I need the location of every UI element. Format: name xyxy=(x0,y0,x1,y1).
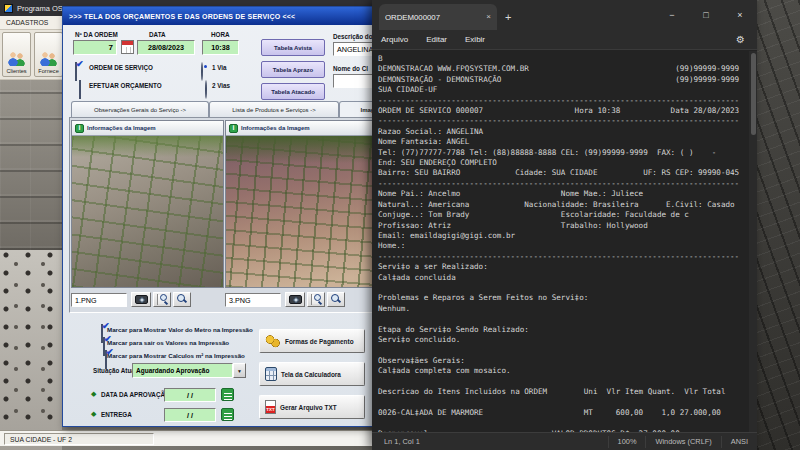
formas-pagamento-button[interactable]: Formas de Pagamento xyxy=(259,329,365,353)
image-frame-1: i Informações da Imagem xyxy=(71,120,224,288)
formas-pagamento-label: Formas de Pagamento xyxy=(285,338,354,345)
os-window-title: >>> TELA DOS ORÇAMENTOS E DAS ORDENS DE … xyxy=(69,13,295,20)
notepad-statusbar: Ln 1, Col 1 100% Windows (CRLF) ANSI xyxy=(372,432,757,450)
date-field[interactable]: 28/08/2023 xyxy=(137,40,195,55)
image-info-button-2[interactable]: i Informações da Imagem xyxy=(226,121,377,136)
camera-icon xyxy=(135,295,148,304)
zoom-icon xyxy=(177,294,188,305)
cursor-position: Ln 1, Col 1 xyxy=(372,436,429,448)
line-ending: Windows (CRLF) xyxy=(645,436,720,448)
gerar-txt-button[interactable]: TXT Gerar Arquivo TXT xyxy=(259,395,365,419)
camera-button-1[interactable] xyxy=(131,292,151,307)
image-info-label-1: Informações da Imagem xyxy=(87,125,156,131)
tabela-atacado-button[interactable]: Tabela Atacado xyxy=(261,83,325,100)
nome-cliente-label: Nome do Cl xyxy=(333,65,368,72)
print-option-label-3: Marcar para Mostrar Calculos m² na Impre… xyxy=(107,352,245,359)
time-field[interactable]: 10:38 xyxy=(202,40,239,55)
minimize-button[interactable]: − xyxy=(655,0,689,30)
toolbar-button-clientes[interactable]: Clientes xyxy=(2,32,31,77)
order-number-field[interactable]: 7 xyxy=(73,40,117,55)
time-label: HORA xyxy=(211,31,230,38)
tabela-avista-button[interactable]: Tabela Avista xyxy=(261,39,325,56)
aprovacao-label: DATA DA APROVAÇÃO xyxy=(101,391,170,398)
print-option-label-2: Marcar para sair os Valores na Impressão xyxy=(107,339,229,346)
info-icon: i xyxy=(75,124,84,133)
date-label: DATA xyxy=(149,31,166,38)
calculator-icon xyxy=(265,367,277,381)
camera-icon xyxy=(289,295,302,304)
filename-field-1[interactable]: 1.PNG xyxy=(71,293,127,307)
txt-icon-label: TXT xyxy=(266,406,275,413)
order-number-label: Nº DA ORDEM xyxy=(75,31,118,38)
via2-radio[interactable] xyxy=(205,80,207,99)
print-option-label-1: Marcar para Mostrar Valor do Metro na Im… xyxy=(107,326,253,333)
coins-icon xyxy=(265,335,281,348)
notepad-titlebar[interactable]: ORDEM000007 × + − □ × xyxy=(372,0,757,30)
menu-item-cadastros[interactable]: CADASTROS xyxy=(0,16,54,29)
document-tab[interactable]: ORDEM000007 × xyxy=(379,4,497,30)
zoom-document-icon xyxy=(157,294,168,305)
entrega-calendar-button[interactable] xyxy=(221,408,234,421)
scrollbar-thumb[interactable] xyxy=(751,53,756,135)
check-icon: ✔ xyxy=(76,60,84,69)
notepad-window: ORDEM000007 × + − □ × Arquivo Editar Exi… xyxy=(372,0,757,450)
tab-observacoes-gerais[interactable]: Observações Gerais do Serviço -> xyxy=(71,101,209,118)
zoom-doc-button-2[interactable] xyxy=(307,292,325,307)
window-controls: − □ × xyxy=(655,0,757,30)
camera-button-2[interactable] xyxy=(285,292,305,307)
app-icon xyxy=(4,4,13,13)
calculadora-button[interactable]: Tela da Calculadora xyxy=(259,362,365,386)
situacao-dropdown[interactable]: Aguardando Aprovação ▼ xyxy=(132,363,246,378)
editor-area[interactable]: B DEMONSTRACAO WWW.FPQSYSTEM.COM.BR (99)… xyxy=(372,51,749,432)
calculadora-label: Tela da Calculadora xyxy=(281,371,341,378)
wallpaper-right xyxy=(757,0,800,450)
clientes-icon xyxy=(8,52,26,66)
zoom-button-2[interactable] xyxy=(327,292,345,307)
tabela-aprazo-button[interactable]: Tabela Aprazo xyxy=(261,61,325,78)
aprovacao-calendar-button[interactable] xyxy=(221,388,234,401)
filename-field-2[interactable]: 3.PNG xyxy=(225,293,281,307)
statusbar-text: SUA CIDADE - UF 2 xyxy=(4,433,154,445)
info-icon: i xyxy=(229,124,238,133)
fornecedores-icon xyxy=(40,52,58,66)
via2-label: 2 Vias xyxy=(212,82,230,89)
wallpaper-terrazzo xyxy=(0,250,62,450)
toolbar-button-fornecedores[interactable]: Fornece xyxy=(34,32,63,77)
descricao-label: Descrição do xyxy=(333,33,373,40)
efetuar-orcamento-checkbox[interactable] xyxy=(79,80,81,99)
wallpaper-tiles xyxy=(0,80,62,250)
menu-item-arquivo[interactable]: Arquivo xyxy=(372,30,417,49)
tab-lista-produtos[interactable]: Lista de Produtos e Serviços -> xyxy=(209,101,339,118)
txt-file-icon: TXT xyxy=(265,400,276,414)
image-frame-2: i Informações da Imagem xyxy=(225,120,378,288)
zoom-level: 100% xyxy=(608,436,646,448)
entrega-field[interactable]: / / xyxy=(164,408,216,422)
close-button[interactable]: × xyxy=(723,0,757,30)
aprovacao-field[interactable]: / / xyxy=(164,388,216,402)
zoom-doc-button-1[interactable] xyxy=(153,292,171,307)
menu-item-editar[interactable]: Editar xyxy=(417,30,456,49)
notepad-menubar: Arquivo Editar Exibir ⚙ xyxy=(372,30,757,50)
image-info-label-2: Informações da Imagem xyxy=(241,125,310,131)
gerar-txt-label: Gerar Arquivo TXT xyxy=(280,404,337,411)
efetuar-orcamento-label: EFETUAR ORÇAMENTO xyxy=(89,82,162,89)
menu-item-exibir[interactable]: Exibir xyxy=(456,30,494,49)
ordem-servico-checkbox[interactable]: ✔ xyxy=(75,62,77,81)
situacao-value: Aguardando Aprovação xyxy=(132,363,233,378)
settings-gear-icon[interactable]: ⚙ xyxy=(736,34,745,45)
image-info-button-1[interactable]: i Informações da Imagem xyxy=(72,121,223,136)
zoom-document-icon xyxy=(311,294,322,305)
via1-radio[interactable] xyxy=(201,62,203,81)
chevron-down-icon[interactable]: ▼ xyxy=(233,363,246,378)
work-photo-1 xyxy=(72,136,223,287)
zoom-button-1[interactable] xyxy=(173,292,191,307)
close-tab-icon[interactable]: × xyxy=(486,13,491,21)
calendar-icon[interactable] xyxy=(121,40,134,54)
encoding: ANSI xyxy=(721,436,757,448)
toolbar-button-clientes-label: Clientes xyxy=(6,68,26,74)
document-content[interactable]: B DEMONSTRACAO WWW.FPQSYSTEM.COM.BR (99)… xyxy=(378,54,749,432)
new-tab-button[interactable]: + xyxy=(505,12,511,23)
situacao-label: Situação Atual xyxy=(93,367,137,374)
vertical-scrollbar[interactable] xyxy=(749,51,757,432)
maximize-button[interactable]: □ xyxy=(689,0,723,30)
